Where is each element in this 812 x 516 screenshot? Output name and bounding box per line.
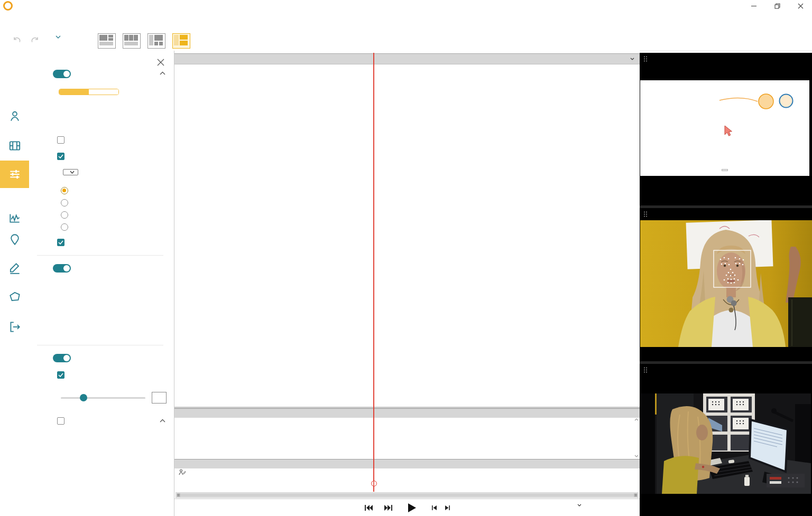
right-click-color-swatch[interactable] — [59, 297, 66, 304]
chevron-down-icon — [630, 58, 634, 60]
scroll-up-icon[interactable] — [634, 418, 639, 421]
previous-marker-button[interactable] — [365, 505, 373, 511]
sidebar-item-markers[interactable] — [0, 226, 29, 253]
sidebar-item-settings[interactable] — [0, 161, 29, 188]
show-fixation-numbers-checkbox[interactable] — [57, 136, 64, 144]
layout-4-button[interactable] — [172, 33, 190, 49]
colormap2-radio[interactable] — [61, 211, 68, 219]
aoi-visualization-toggle[interactable] — [53, 354, 71, 362]
playhead-handle[interactable] — [371, 481, 377, 486]
show-fixation-numbers-row — [57, 136, 174, 144]
collapse-chevron-icon[interactable] — [160, 419, 165, 423]
show-fixations-in-trail-checkbox[interactable] — [57, 153, 64, 160]
environment-video — [641, 393, 811, 494]
drag-handle-icon[interactable] — [643, 56, 648, 62]
mouse-visualization-toggle[interactable] — [53, 264, 71, 273]
show-comments-row — [57, 417, 174, 425]
playhead-line[interactable] — [373, 53, 374, 492]
colormap2-gradient-swatch — [77, 212, 110, 219]
sidebar-item-respondent[interactable] — [0, 102, 29, 130]
colormap1-radio[interactable] — [61, 199, 68, 207]
double-click-color-swatch[interactable] — [59, 313, 66, 320]
gaze-trail-length-row — [59, 169, 174, 175]
undo-button[interactable] — [12, 35, 22, 45]
minimize-button[interactable] — [742, 0, 765, 12]
step-back-button[interactable] — [432, 505, 437, 510]
chevron-down-icon — [70, 171, 75, 174]
scroll-down-icon[interactable] — [634, 455, 639, 457]
chevron-down-icon — [577, 504, 582, 506]
slider-thumb[interactable] — [80, 394, 87, 401]
divider — [37, 255, 163, 256]
growing-radio[interactable] — [61, 187, 68, 194]
signal-chart-icon — [8, 211, 22, 225]
annotation-row[interactable] — [174, 468, 640, 476]
restore-button[interactable] — [765, 0, 789, 12]
sidebar-item-exit[interactable] — [0, 313, 29, 341]
aoi-opacity-value[interactable] — [152, 392, 167, 404]
play-button[interactable] — [408, 503, 416, 512]
gaze-trail-length-select[interactable] — [63, 169, 78, 175]
mouse-trail-color-row — [59, 329, 174, 336]
markers-scrollbar[interactable] — [634, 418, 639, 457]
chart-size-dropdown[interactable] — [626, 58, 640, 60]
gaze-fixation-circle — [759, 94, 773, 109]
scrollbar-left-grip[interactable] — [177, 493, 180, 497]
step-forward-button[interactable] — [445, 505, 450, 510]
redo-button[interactable] — [30, 35, 40, 45]
pencil-icon — [8, 261, 22, 275]
aoi-polygon-icon — [8, 290, 22, 304]
radio-colormap1-row — [61, 199, 174, 207]
sidebar-item-aoi[interactable] — [0, 283, 29, 311]
layout-2-button[interactable] — [123, 33, 141, 49]
location-pin-icon — [8, 232, 22, 246]
aoi-opacity-slider-row — [61, 392, 167, 404]
layout-3-button[interactable] — [147, 33, 165, 49]
mouse-cursor-overlay — [725, 126, 732, 136]
timeline-ruler[interactable] — [176, 476, 639, 492]
playback-speed-dropdown[interactable] — [575, 504, 582, 506]
radio-growing-row — [61, 187, 174, 194]
next-marker-button[interactable] — [384, 505, 392, 511]
annotation-person-icon — [179, 469, 186, 476]
scrollbar-right-grip[interactable] — [634, 493, 638, 497]
dynamic-mode-button[interactable] — [59, 89, 89, 95]
film-icon — [8, 139, 22, 153]
left-click-color-swatch[interactable] — [59, 282, 66, 288]
double-click-color-row — [59, 313, 174, 320]
panels-dropdown[interactable] — [53, 35, 61, 39]
show-comments-checkbox[interactable] — [57, 417, 64, 425]
layout-1-button[interactable] — [98, 33, 116, 49]
focus-color-swatch[interactable] — [59, 105, 66, 111]
scrollbar-thumb[interactable] — [177, 493, 638, 497]
no-indication-radio[interactable] — [61, 223, 68, 231]
static-mode-button[interactable] — [89, 89, 118, 95]
close-settings-button[interactable] — [157, 59, 164, 66]
center-panel — [174, 51, 640, 516]
person-icon — [8, 109, 22, 123]
app-window — [0, 0, 812, 516]
aoi-opacity-slider[interactable] — [61, 397, 145, 399]
gaze-smoothing-checkbox[interactable] — [57, 239, 64, 246]
trail-color-swatch[interactable] — [59, 120, 66, 127]
logout-icon — [8, 320, 22, 334]
mouse-trail-color-swatch[interactable] — [59, 329, 66, 336]
environment-panel — [640, 364, 812, 516]
timeline-scrollbar[interactable] — [176, 492, 639, 498]
sidebar-item-annotate[interactable] — [0, 254, 29, 282]
aoi-visualization-row — [53, 354, 174, 362]
stimulus-next-button — [722, 169, 728, 171]
close-button[interactable] — [789, 0, 812, 12]
focus-color-row — [59, 105, 174, 111]
sliders-icon — [8, 167, 22, 181]
media-column — [640, 53, 812, 516]
stimulus-panel — [640, 53, 812, 205]
collapse-chevron-icon[interactable] — [160, 71, 165, 75]
trail-color-row — [59, 120, 174, 127]
sidebar-item-recordings[interactable] — [0, 132, 29, 160]
gaze-visualization-toggle[interactable] — [53, 70, 71, 78]
drag-handle-icon[interactable] — [643, 211, 648, 217]
app-logo-icon — [3, 1, 13, 11]
show-name-label-checkbox[interactable] — [57, 371, 64, 379]
drag-handle-icon[interactable] — [643, 367, 648, 373]
